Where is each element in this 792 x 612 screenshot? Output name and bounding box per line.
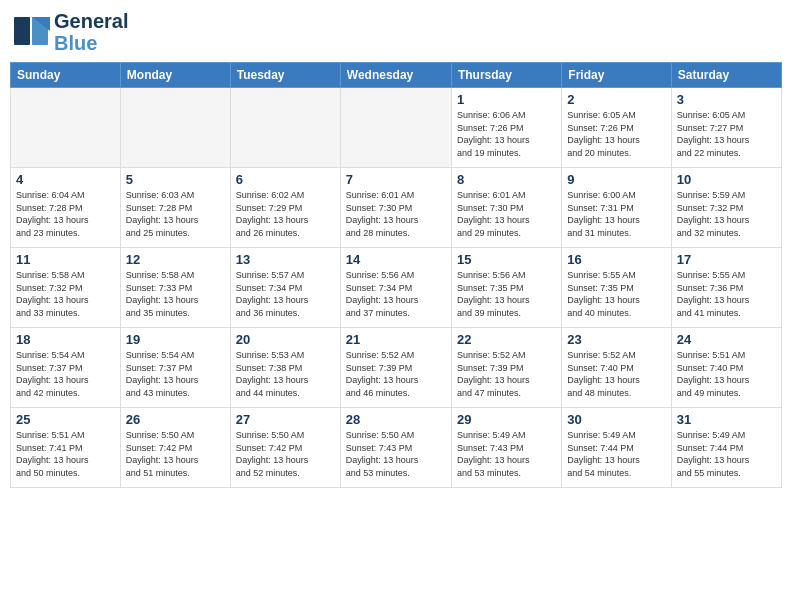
day-number: 22 xyxy=(457,332,556,347)
calendar-cell xyxy=(230,88,340,168)
calendar-cell: 16Sunrise: 5:55 AM Sunset: 7:35 PM Dayli… xyxy=(562,248,671,328)
day-info: Sunrise: 5:57 AM Sunset: 7:34 PM Dayligh… xyxy=(236,269,335,319)
day-number: 8 xyxy=(457,172,556,187)
calendar-cell: 4Sunrise: 6:04 AM Sunset: 7:28 PM Daylig… xyxy=(11,168,121,248)
day-info: Sunrise: 5:50 AM Sunset: 7:43 PM Dayligh… xyxy=(346,429,446,479)
calendar-cell: 23Sunrise: 5:52 AM Sunset: 7:40 PM Dayli… xyxy=(562,328,671,408)
calendar-week-1: 1Sunrise: 6:06 AM Sunset: 7:26 PM Daylig… xyxy=(11,88,782,168)
day-info: Sunrise: 5:49 AM Sunset: 7:44 PM Dayligh… xyxy=(677,429,776,479)
calendar-cell: 9Sunrise: 6:00 AM Sunset: 7:31 PM Daylig… xyxy=(562,168,671,248)
day-number: 18 xyxy=(16,332,115,347)
day-number: 10 xyxy=(677,172,776,187)
day-number: 6 xyxy=(236,172,335,187)
day-info: Sunrise: 5:55 AM Sunset: 7:35 PM Dayligh… xyxy=(567,269,665,319)
day-number: 16 xyxy=(567,252,665,267)
calendar-cell: 27Sunrise: 5:50 AM Sunset: 7:42 PM Dayli… xyxy=(230,408,340,488)
calendar-cell: 19Sunrise: 5:54 AM Sunset: 7:37 PM Dayli… xyxy=(120,328,230,408)
day-number: 28 xyxy=(346,412,446,427)
day-number: 25 xyxy=(16,412,115,427)
calendar-cell: 18Sunrise: 5:54 AM Sunset: 7:37 PM Dayli… xyxy=(11,328,121,408)
day-info: Sunrise: 5:52 AM Sunset: 7:40 PM Dayligh… xyxy=(567,349,665,399)
day-info: Sunrise: 5:55 AM Sunset: 7:36 PM Dayligh… xyxy=(677,269,776,319)
calendar-week-4: 18Sunrise: 5:54 AM Sunset: 7:37 PM Dayli… xyxy=(11,328,782,408)
day-info: Sunrise: 6:02 AM Sunset: 7:29 PM Dayligh… xyxy=(236,189,335,239)
calendar-cell: 26Sunrise: 5:50 AM Sunset: 7:42 PM Dayli… xyxy=(120,408,230,488)
column-header-sunday: Sunday xyxy=(11,63,121,88)
day-number: 21 xyxy=(346,332,446,347)
day-number: 29 xyxy=(457,412,556,427)
day-info: Sunrise: 5:58 AM Sunset: 7:33 PM Dayligh… xyxy=(126,269,225,319)
calendar-cell: 21Sunrise: 5:52 AM Sunset: 7:39 PM Dayli… xyxy=(340,328,451,408)
day-info: Sunrise: 6:00 AM Sunset: 7:31 PM Dayligh… xyxy=(567,189,665,239)
calendar-cell: 14Sunrise: 5:56 AM Sunset: 7:34 PM Dayli… xyxy=(340,248,451,328)
day-info: Sunrise: 5:50 AM Sunset: 7:42 PM Dayligh… xyxy=(126,429,225,479)
calendar-cell: 7Sunrise: 6:01 AM Sunset: 7:30 PM Daylig… xyxy=(340,168,451,248)
column-header-thursday: Thursday xyxy=(451,63,561,88)
calendar-cell: 22Sunrise: 5:52 AM Sunset: 7:39 PM Dayli… xyxy=(451,328,561,408)
day-info: Sunrise: 5:56 AM Sunset: 7:34 PM Dayligh… xyxy=(346,269,446,319)
calendar-week-5: 25Sunrise: 5:51 AM Sunset: 7:41 PM Dayli… xyxy=(11,408,782,488)
day-number: 24 xyxy=(677,332,776,347)
calendar-week-2: 4Sunrise: 6:04 AM Sunset: 7:28 PM Daylig… xyxy=(11,168,782,248)
calendar-cell: 5Sunrise: 6:03 AM Sunset: 7:28 PM Daylig… xyxy=(120,168,230,248)
day-info: Sunrise: 5:49 AM Sunset: 7:44 PM Dayligh… xyxy=(567,429,665,479)
day-info: Sunrise: 5:51 AM Sunset: 7:40 PM Dayligh… xyxy=(677,349,776,399)
day-number: 14 xyxy=(346,252,446,267)
day-info: Sunrise: 6:01 AM Sunset: 7:30 PM Dayligh… xyxy=(457,189,556,239)
calendar-cell: 10Sunrise: 5:59 AM Sunset: 7:32 PM Dayli… xyxy=(671,168,781,248)
day-info: Sunrise: 5:53 AM Sunset: 7:38 PM Dayligh… xyxy=(236,349,335,399)
calendar-cell: 28Sunrise: 5:50 AM Sunset: 7:43 PM Dayli… xyxy=(340,408,451,488)
calendar-cell: 2Sunrise: 6:05 AM Sunset: 7:26 PM Daylig… xyxy=(562,88,671,168)
calendar-cell: 29Sunrise: 5:49 AM Sunset: 7:43 PM Dayli… xyxy=(451,408,561,488)
logo-general: General xyxy=(54,10,128,32)
day-info: Sunrise: 5:54 AM Sunset: 7:37 PM Dayligh… xyxy=(16,349,115,399)
day-number: 5 xyxy=(126,172,225,187)
calendar-cell: 25Sunrise: 5:51 AM Sunset: 7:41 PM Dayli… xyxy=(11,408,121,488)
svg-rect-0 xyxy=(14,17,30,45)
day-number: 7 xyxy=(346,172,446,187)
logo-icon xyxy=(14,17,50,47)
day-info: Sunrise: 6:01 AM Sunset: 7:30 PM Dayligh… xyxy=(346,189,446,239)
calendar-cell: 31Sunrise: 5:49 AM Sunset: 7:44 PM Dayli… xyxy=(671,408,781,488)
calendar-cell: 3Sunrise: 6:05 AM Sunset: 7:27 PM Daylig… xyxy=(671,88,781,168)
day-info: Sunrise: 6:06 AM Sunset: 7:26 PM Dayligh… xyxy=(457,109,556,159)
day-number: 11 xyxy=(16,252,115,267)
day-number: 4 xyxy=(16,172,115,187)
calendar-cell: 13Sunrise: 5:57 AM Sunset: 7:34 PM Dayli… xyxy=(230,248,340,328)
day-number: 30 xyxy=(567,412,665,427)
day-number: 31 xyxy=(677,412,776,427)
calendar-table: SundayMondayTuesdayWednesdayThursdayFrid… xyxy=(10,62,782,488)
logo: General Blue xyxy=(14,10,128,54)
column-header-wednesday: Wednesday xyxy=(340,63,451,88)
day-number: 2 xyxy=(567,92,665,107)
day-number: 13 xyxy=(236,252,335,267)
day-number: 1 xyxy=(457,92,556,107)
day-info: Sunrise: 6:05 AM Sunset: 7:27 PM Dayligh… xyxy=(677,109,776,159)
day-number: 3 xyxy=(677,92,776,107)
day-number: 19 xyxy=(126,332,225,347)
day-number: 23 xyxy=(567,332,665,347)
day-info: Sunrise: 6:05 AM Sunset: 7:26 PM Dayligh… xyxy=(567,109,665,159)
day-info: Sunrise: 5:51 AM Sunset: 7:41 PM Dayligh… xyxy=(16,429,115,479)
calendar-cell: 8Sunrise: 6:01 AM Sunset: 7:30 PM Daylig… xyxy=(451,168,561,248)
day-info: Sunrise: 5:59 AM Sunset: 7:32 PM Dayligh… xyxy=(677,189,776,239)
column-header-friday: Friday xyxy=(562,63,671,88)
day-info: Sunrise: 5:49 AM Sunset: 7:43 PM Dayligh… xyxy=(457,429,556,479)
day-info: Sunrise: 5:52 AM Sunset: 7:39 PM Dayligh… xyxy=(457,349,556,399)
calendar-cell: 6Sunrise: 6:02 AM Sunset: 7:29 PM Daylig… xyxy=(230,168,340,248)
day-info: Sunrise: 5:54 AM Sunset: 7:37 PM Dayligh… xyxy=(126,349,225,399)
day-number: 17 xyxy=(677,252,776,267)
day-number: 15 xyxy=(457,252,556,267)
calendar-cell xyxy=(340,88,451,168)
calendar-cell: 12Sunrise: 5:58 AM Sunset: 7:33 PM Dayli… xyxy=(120,248,230,328)
calendar-cell: 24Sunrise: 5:51 AM Sunset: 7:40 PM Dayli… xyxy=(671,328,781,408)
column-header-monday: Monday xyxy=(120,63,230,88)
day-info: Sunrise: 5:50 AM Sunset: 7:42 PM Dayligh… xyxy=(236,429,335,479)
column-header-tuesday: Tuesday xyxy=(230,63,340,88)
day-number: 12 xyxy=(126,252,225,267)
calendar-week-3: 11Sunrise: 5:58 AM Sunset: 7:32 PM Dayli… xyxy=(11,248,782,328)
calendar-header-row: SundayMondayTuesdayWednesdayThursdayFrid… xyxy=(11,63,782,88)
column-header-saturday: Saturday xyxy=(671,63,781,88)
calendar-cell: 1Sunrise: 6:06 AM Sunset: 7:26 PM Daylig… xyxy=(451,88,561,168)
calendar-cell: 11Sunrise: 5:58 AM Sunset: 7:32 PM Dayli… xyxy=(11,248,121,328)
